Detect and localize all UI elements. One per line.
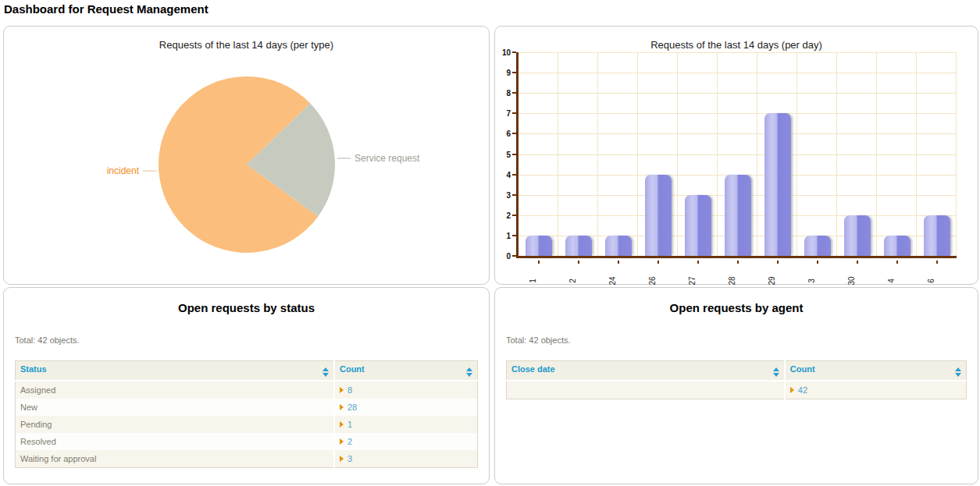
y-axis-tick: [512, 133, 516, 134]
sort-icon[interactable]: [323, 367, 329, 377]
bar-chart-plot-area: 01234567891012242627282933046: [516, 52, 957, 258]
x-axis-tick: [857, 261, 858, 264]
sort-icon[interactable]: [955, 367, 961, 377]
sort-icon[interactable]: [466, 367, 472, 377]
close-date-column-label: Close date: [511, 364, 555, 374]
x-axis-tick: [896, 261, 898, 264]
y-axis-label: 4: [494, 171, 511, 179]
y-axis-tick: [512, 194, 516, 196]
y-axis-label: 0: [494, 252, 511, 261]
gridline-vertical: [677, 52, 678, 256]
agent-section-title: Open requests by agent: [495, 301, 978, 314]
gridline-vertical: [558, 52, 558, 256]
y-axis-label: 9: [494, 69, 511, 77]
count-cell: 28: [334, 399, 478, 416]
dashboard: Dashboard for Request Management Request…: [0, 0, 980, 486]
bar-day-29[interactable]: [764, 113, 791, 256]
count-column-header[interactable]: Count: [785, 361, 967, 381]
table-row: Waiting for approval 3: [16, 450, 478, 468]
y-axis-label: 1: [494, 232, 511, 240]
bar-day-27[interactable]: [685, 195, 711, 256]
status-cell: Resolved: [16, 433, 334, 450]
gridline-horizontal: [519, 73, 957, 73]
x-axis-tick: [618, 261, 619, 264]
bar-day-28[interactable]: [725, 175, 751, 256]
status-table: Status Count Assigned 8 New 28: [15, 360, 478, 468]
bar-chart-title: Requests of the last 14 days (per day): [495, 39, 978, 51]
status-cell: Pending: [16, 416, 334, 433]
x-axis-tick: [697, 261, 699, 264]
x-axis-tick: [657, 261, 659, 264]
gridline-vertical: [717, 52, 718, 256]
bar-day-24[interactable]: [605, 236, 632, 256]
status-column-header[interactable]: Status: [16, 361, 334, 381]
status-column-label: Status: [20, 364, 47, 374]
gridline-vertical: [796, 52, 797, 256]
y-axis-tick: [512, 112, 516, 114]
y-axis-tick: [512, 72, 516, 73]
drilldown-arrow-icon: [340, 421, 344, 427]
status-table-header-row: Status Count: [16, 361, 478, 381]
close-date-cell: [507, 381, 785, 399]
pie-label-service-request: Service request: [355, 153, 420, 164]
status-cell: Assigned: [16, 381, 334, 399]
drilldown-arrow-icon: [340, 404, 344, 410]
bar-day-6[interactable]: [924, 215, 950, 256]
y-axis-label: 3: [494, 191, 511, 200]
count-link[interactable]: 42: [798, 385, 807, 395]
status-total-count: Total: 42 objects.: [15, 335, 478, 345]
panel-requests-per-type: Requests of the last 14 days (per type) …: [3, 26, 490, 285]
panel-open-requests-by-status: Open requests by status Total: 42 object…: [3, 287, 490, 484]
bar-day-30[interactable]: [844, 215, 871, 256]
count-cell: 1: [334, 416, 478, 433]
y-axis-label: 8: [494, 89, 511, 98]
gridline-vertical: [916, 52, 917, 256]
table-row: New 28: [16, 399, 478, 416]
status-cell: Waiting for approval: [16, 450, 334, 468]
agent-table-header-row: Close date Count: [507, 361, 967, 381]
count-column-label: Count: [340, 364, 365, 374]
y-axis-tick: [512, 215, 516, 216]
status-cell: New: [16, 399, 334, 416]
count-column-header[interactable]: Count: [334, 361, 478, 381]
x-axis-tick: [737, 261, 739, 264]
gridline-vertical: [956, 52, 957, 256]
y-axis-label: 7: [494, 109, 511, 118]
gridline-vertical: [876, 52, 877, 256]
bar-day-1[interactable]: [526, 236, 552, 256]
count-link[interactable]: 3: [347, 454, 352, 463]
count-link[interactable]: 1: [347, 420, 352, 429]
drilldown-arrow-icon: [340, 438, 344, 445]
y-axis-tick: [512, 92, 516, 94]
gridline-horizontal: [519, 52, 957, 53]
gridline-horizontal: [519, 93, 957, 94]
gridline-horizontal: [519, 154, 957, 155]
pie-chart: incidentService request: [4, 27, 489, 282]
drilldown-arrow-icon: [340, 456, 344, 462]
y-axis-label: 2: [494, 211, 511, 220]
close-date-column-header[interactable]: Close date: [507, 361, 785, 381]
sort-icon[interactable]: [773, 367, 779, 377]
count-link[interactable]: 8: [347, 385, 352, 395]
bar-day-4[interactable]: [884, 236, 911, 256]
y-axis-tick: [512, 255, 516, 257]
count-link[interactable]: 28: [347, 403, 357, 412]
x-axis-tick: [578, 261, 579, 264]
count-cell: 2: [334, 433, 478, 450]
table-row: Assigned 8: [16, 381, 478, 399]
count-link[interactable]: 2: [347, 437, 352, 446]
panel-open-requests-by-agent: Open requests by agent Total: 42 objects…: [494, 287, 978, 484]
y-axis-label: 6: [494, 129, 511, 138]
x-axis-tick: [817, 261, 818, 264]
drilldown-arrow-icon: [340, 387, 344, 393]
count-cell: 8: [334, 381, 478, 399]
bar-day-26[interactable]: [645, 175, 672, 256]
bar-day-3[interactable]: [804, 236, 831, 256]
y-axis-label: 5: [494, 151, 511, 159]
bar-day-2[interactable]: [565, 236, 592, 256]
table-row: 42: [507, 381, 967, 399]
y-axis-tick: [512, 51, 516, 53]
pie-label-incident: incident: [107, 165, 140, 176]
y-axis-label: 10: [494, 48, 511, 57]
y-axis-tick: [512, 154, 516, 155]
